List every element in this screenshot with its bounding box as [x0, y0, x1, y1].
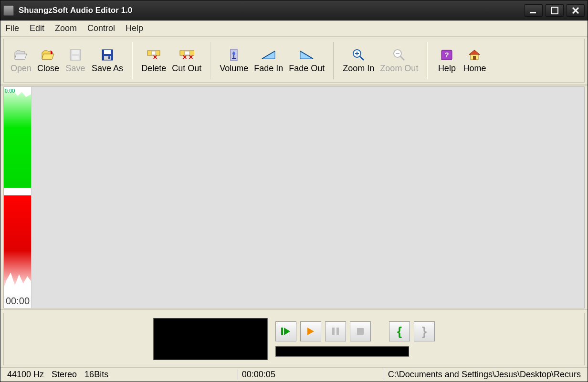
menu-help[interactable]: Help: [126, 23, 143, 33]
waveform-right-channel: [4, 195, 31, 287]
home-icon: [467, 48, 482, 62]
play-start-button[interactable]: [275, 321, 296, 341]
status-bits: 16Bits: [81, 370, 112, 380]
floppy-icon: [68, 48, 83, 62]
mark-end-button[interactable]: }: [414, 321, 435, 341]
svg-text:✕: ✕: [189, 54, 193, 60]
svg-rect-25: [357, 328, 364, 335]
delete-icon: ✕: [146, 48, 161, 62]
fade-out-button[interactable]: Fade Out: [286, 46, 327, 75]
volume-button[interactable]: Volume: [217, 46, 251, 75]
svg-rect-1: [551, 7, 558, 14]
window-controls: [525, 4, 585, 17]
playback-bar: { }: [3, 313, 585, 365]
svg-rect-6: [104, 50, 111, 54]
folder-open-icon: [13, 48, 29, 62]
folder-close-icon: [41, 48, 56, 62]
svg-rect-22: [281, 328, 283, 335]
volume-icon: [226, 48, 242, 62]
maximize-button[interactable]: [546, 4, 564, 17]
playback-display: [153, 318, 268, 360]
play-button[interactable]: [300, 321, 321, 341]
zoom-in-button[interactable]: Zoom In: [340, 46, 377, 75]
waveform-left-channel: [4, 88, 31, 188]
menu-edit[interactable]: Edit: [30, 23, 44, 33]
open-button[interactable]: Open: [8, 46, 34, 75]
status-position: 00:00:05: [238, 370, 279, 380]
waveform-panel[interactable]: 0:00 00:00: [4, 87, 32, 308]
save-button[interactable]: Save: [62, 46, 89, 75]
help-button[interactable]: ? Help: [433, 46, 460, 75]
svg-rect-24: [336, 328, 339, 335]
waveform-display[interactable]: 0:00: [4, 87, 31, 296]
floppy-save-icon: [100, 48, 115, 62]
toolbar: Open Close Save Save As ✕ Delete ✕✕: [3, 39, 585, 83]
app-window: ShuangzSoft Audio Editor 1.0 File Edit Z…: [0, 0, 588, 382]
fade-in-icon: [261, 48, 276, 62]
svg-rect-4: [72, 56, 79, 60]
svg-rect-21: [473, 56, 476, 60]
window-title: ShuangzSoft Audio Editor 1.0: [19, 6, 525, 15]
pause-button[interactable]: [325, 321, 346, 341]
svg-text:?: ?: [445, 51, 449, 59]
fade-out-icon: [299, 48, 315, 62]
menu-zoom[interactable]: Zoom: [55, 23, 77, 33]
svg-text:✕: ✕: [182, 54, 187, 60]
svg-rect-8: [108, 56, 110, 59]
minimize-button[interactable]: [525, 4, 543, 17]
delete-button[interactable]: ✕ Delete: [138, 46, 169, 75]
workspace-main[interactable]: [32, 87, 584, 308]
menu-file[interactable]: File: [5, 23, 19, 33]
menubar: File Edit Zoom Control Help: [0, 21, 588, 37]
svg-rect-0: [530, 12, 536, 13]
menu-control[interactable]: Control: [87, 23, 115, 33]
help-icon: ?: [439, 48, 454, 62]
workspace: 0:00 00:00: [3, 86, 585, 308]
svg-text:✕: ✕: [153, 54, 158, 60]
zoom-out-button[interactable]: Zoom Out: [377, 46, 421, 75]
statusbar: 44100 Hz Stereo 16Bits 00:00:05 C:\Docum…: [0, 367, 588, 382]
close-button[interactable]: [567, 4, 585, 17]
status-channels: Stereo: [48, 370, 81, 380]
titlebar: ShuangzSoft Audio Editor 1.0: [0, 0, 588, 21]
save-as-button[interactable]: Save As: [89, 46, 126, 75]
svg-rect-3: [72, 50, 79, 54]
status-filepath: C:\Documents and Settings\Jesus\Desktop\…: [384, 370, 585, 380]
close-file-button[interactable]: Close: [34, 46, 62, 75]
status-samplerate: 44100 Hz: [3, 370, 48, 380]
cut-out-button[interactable]: ✕✕ Cut Out: [169, 46, 204, 75]
cut-icon: ✕✕: [179, 48, 194, 62]
stop-button[interactable]: [350, 321, 371, 341]
home-button[interactable]: Home: [460, 46, 489, 75]
zoom-out-icon: [391, 48, 407, 62]
progress-bar[interactable]: [275, 346, 409, 357]
waveform-time-label: 00:00: [4, 296, 31, 308]
mark-start-button[interactable]: {: [389, 321, 410, 341]
svg-rect-23: [332, 328, 335, 335]
svg-point-17: [232, 52, 235, 55]
zoom-in-icon: [351, 48, 366, 62]
fade-in-button[interactable]: Fade In: [251, 46, 286, 75]
app-icon: [3, 5, 14, 16]
